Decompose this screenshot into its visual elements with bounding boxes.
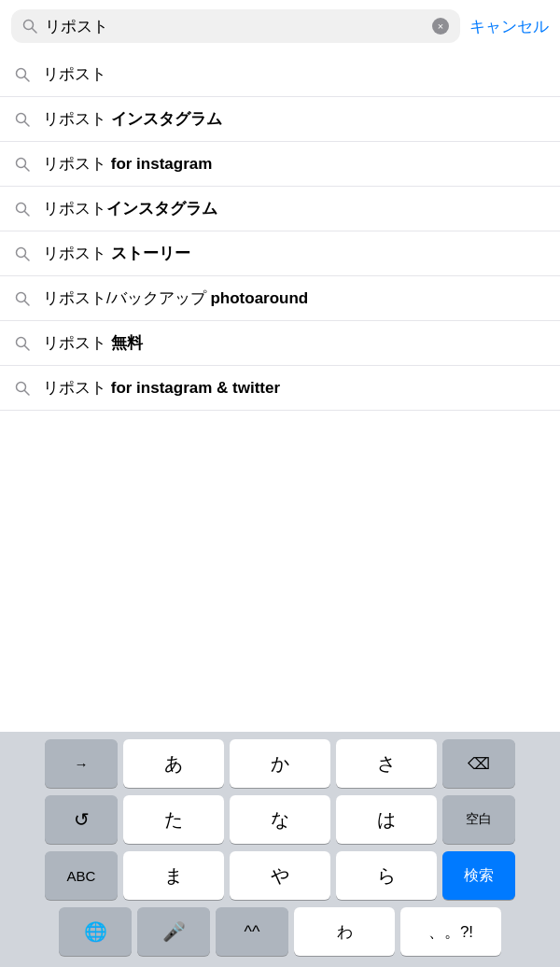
clear-icon: × <box>438 21 443 32</box>
suggestion-search-icon <box>15 336 30 351</box>
cancel-button[interactable]: キャンセル <box>469 16 549 37</box>
suggestions-list: リポスト リポスト インスタグラム リポスト for instagram リポス… <box>0 52 560 411</box>
keyboard-row-2: ABCまやら検索 <box>4 851 556 900</box>
suggestion-search-icon <box>15 112 30 127</box>
suggestion-item[interactable]: リポスト <box>0 52 560 97</box>
key-[interactable]: ら <box>336 851 437 900</box>
suggestion-item[interactable]: リポスト ストーリー <box>0 231 560 276</box>
key-ABC[interactable]: ABC <box>45 851 118 900</box>
keyboard-row-3: 🌐🎤^^わ、。?! <box>4 907 556 956</box>
suggestion-item[interactable]: リポスト for instagram <box>0 142 560 187</box>
key-[interactable]: な <box>230 795 330 844</box>
suggestion-item[interactable]: リポスト 無料 <box>0 321 560 366</box>
key-[interactable]: は <box>336 795 437 844</box>
key-[interactable]: か <box>230 739 330 788</box>
suggestion-search-icon <box>15 202 30 217</box>
keyboard: →あかさ⌫↺たなは空白ABCまやら検索🌐🎤^^わ、。?! <box>0 732 560 967</box>
search-icon <box>22 19 37 34</box>
svg-line-3 <box>25 77 30 81</box>
suggestion-item[interactable]: リポスト インスタグラム <box>0 97 560 142</box>
key-[interactable]: 🌐 <box>59 907 132 956</box>
search-input-wrapper: × <box>11 9 460 43</box>
key-[interactable]: 、。?! <box>400 907 501 956</box>
clear-button[interactable]: × <box>432 18 449 35</box>
svg-line-1 <box>33 29 37 34</box>
key-[interactable]: ↺ <box>45 795 118 844</box>
svg-line-17 <box>25 390 30 395</box>
suggestion-text: リポスト/バックアップ photoaround <box>43 287 308 309</box>
suggestion-item[interactable]: リポスト/バックアップ photoaround <box>0 276 560 321</box>
suggestion-item[interactable]: リポストインスタグラム <box>0 187 560 231</box>
key-[interactable]: ま <box>123 851 224 900</box>
key-[interactable]: や <box>230 851 330 900</box>
svg-line-11 <box>25 256 30 260</box>
key-[interactable]: 空白 <box>442 795 515 844</box>
suggestion-item[interactable]: リポスト for instagram & twitter <box>0 366 560 411</box>
key-[interactable]: ⌫ <box>442 739 515 788</box>
suggestion-text: リポスト for instagram & twitter <box>43 377 280 399</box>
keyboard-row-1: ↺たなは空白 <box>4 795 556 844</box>
suggestion-text: リポスト for instagram <box>43 153 212 175</box>
suggestion-search-icon <box>15 246 30 261</box>
key-[interactable]: 🎤 <box>137 907 210 956</box>
svg-line-5 <box>25 121 30 126</box>
suggestion-text: リポスト インスタグラム <box>43 108 222 130</box>
key-[interactable]: ^^ <box>216 907 288 956</box>
key-search[interactable]: 検索 <box>442 851 515 900</box>
key-[interactable]: さ <box>336 739 437 788</box>
svg-line-13 <box>25 301 30 305</box>
suggestion-text: リポストインスタグラム <box>43 198 217 219</box>
svg-line-7 <box>25 166 30 171</box>
suggestion-search-icon <box>15 67 30 82</box>
suggestion-text: リポスト 無料 <box>43 332 143 354</box>
keyboard-row-0: →あかさ⌫ <box>4 739 556 788</box>
svg-line-9 <box>25 211 30 216</box>
suggestion-search-icon <box>15 291 30 306</box>
suggestion-search-icon <box>15 157 30 172</box>
suggestion-search-icon <box>15 381 30 396</box>
key-[interactable]: → <box>45 739 118 788</box>
search-input[interactable] <box>45 17 425 35</box>
key-[interactable]: あ <box>123 739 224 788</box>
suggestion-text: リポスト ストーリー <box>43 243 190 264</box>
suggestion-text: リポスト <box>43 63 106 85</box>
search-bar: × キャンセル <box>0 0 560 52</box>
key-[interactable]: わ <box>294 907 395 956</box>
key-[interactable]: た <box>123 795 224 844</box>
svg-line-15 <box>25 345 30 350</box>
